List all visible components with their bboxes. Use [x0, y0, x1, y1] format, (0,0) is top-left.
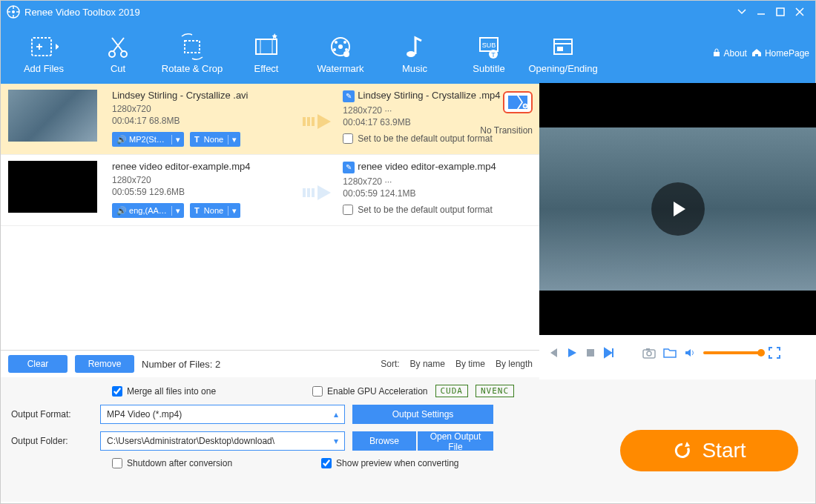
- tool-music[interactable]: Music: [378, 33, 452, 74]
- play-button[interactable]: [566, 347, 578, 359]
- svg-rect-22: [714, 52, 720, 56]
- svg-rect-6: [185, 41, 200, 53]
- tool-label: Opening/Ending: [526, 63, 600, 74]
- svg-point-5: [121, 51, 127, 57]
- svg-point-12: [333, 48, 336, 51]
- prev-button[interactable]: [547, 347, 559, 359]
- start-button[interactable]: Start: [620, 430, 798, 471]
- browse-button[interactable]: Browse: [352, 431, 416, 451]
- maximize-button[interactable]: [771, 2, 790, 21]
- volume-slider[interactable]: [703, 351, 761, 354]
- dropdown-button[interactable]: [732, 2, 751, 21]
- open-output-button[interactable]: Open Output File: [418, 431, 493, 451]
- bottom-panel: Merge all files into one Enable GPU Acce…: [1, 377, 815, 502]
- show-preview-checkbox[interactable]: Show preview when converting: [321, 458, 458, 468]
- svg-point-10: [335, 41, 338, 44]
- tool-cut[interactable]: Cut: [81, 33, 155, 74]
- source-filename: Lindsey Stirling - Crystallize .avi: [112, 90, 302, 101]
- home-icon: [751, 48, 762, 59]
- volume-icon[interactable]: [684, 347, 696, 359]
- tool-label: Add Files: [7, 63, 81, 74]
- tool-subtitle[interactable]: SUBT Subtitle: [452, 33, 526, 74]
- svg-rect-33: [646, 348, 650, 351]
- svg-rect-23: [303, 117, 306, 126]
- source-info: renee video editor-example.mp4 1280x720 …: [112, 161, 302, 218]
- header-links: About HomePage: [712, 48, 809, 59]
- source-thumbnail[interactable]: [8, 161, 97, 213]
- tool-label: Watermark: [303, 63, 378, 74]
- source-resolution: 1280x720: [112, 104, 302, 114]
- output-format-dropdown[interactable]: MP4 Video (*.mp4)▴: [100, 405, 345, 424]
- sort-group: Sort: By name By time By length: [381, 359, 533, 369]
- subtitle-dropdown[interactable]: T None▾: [190, 132, 240, 147]
- svg-point-1: [12, 10, 15, 13]
- clear-button[interactable]: Clear: [8, 355, 68, 373]
- svg-rect-28: [307, 188, 310, 197]
- source-thumbnail[interactable]: [8, 90, 97, 142]
- homepage-link[interactable]: HomePage: [751, 48, 809, 59]
- lock-icon: [712, 48, 721, 59]
- remove-button[interactable]: Remove: [75, 355, 134, 373]
- about-link[interactable]: About: [712, 48, 747, 59]
- tool-add-files[interactable]: Add Files: [7, 33, 81, 74]
- svg-rect-27: [303, 188, 306, 197]
- sort-by-name[interactable]: By name: [410, 359, 445, 369]
- transition-button[interactable]: [503, 91, 533, 113]
- preview-video[interactable]: [539, 83, 816, 335]
- edit-output-icon[interactable]: ✎: [343, 90, 355, 102]
- tool-effect[interactable]: Effect: [229, 33, 303, 74]
- file-list: Lindsey Stirling - Crystallize .avi 1280…: [1, 84, 540, 351]
- source-filename: renee video editor-example.mp4: [112, 161, 302, 172]
- open-folder-button[interactable]: [663, 347, 677, 359]
- sort-by-length[interactable]: By length: [496, 359, 533, 369]
- svg-text:T: T: [491, 51, 496, 59]
- preview-controls: [539, 335, 816, 371]
- tool-watermark[interactable]: Watermark: [303, 33, 378, 74]
- file-row[interactable]: renee video editor-example.mp4 1280x720 …: [1, 155, 540, 226]
- tool-label: Music: [378, 63, 452, 74]
- output-settings-button[interactable]: Output Settings: [352, 405, 493, 424]
- sort-by-time[interactable]: By time: [455, 359, 485, 369]
- svg-rect-24: [307, 117, 310, 126]
- minimize-button[interactable]: [751, 2, 771, 21]
- svg-rect-2: [777, 8, 784, 16]
- next-button[interactable]: [603, 347, 615, 359]
- svg-point-32: [647, 351, 651, 356]
- file-row[interactable]: Lindsey Stirling - Crystallize .avi 1280…: [1, 84, 540, 155]
- tool-rotate-crop[interactable]: Rotate & Crop: [155, 33, 229, 74]
- output-resolution: 1280x720 ···: [343, 176, 533, 187]
- source-duration-size: 00:05:59 129.6MB: [112, 187, 302, 197]
- audio-track-dropdown[interactable]: 🔊 MP2(Stereo 4▾: [112, 132, 184, 147]
- file-count-label: Number of Files: 2: [142, 359, 220, 370]
- shutdown-checkbox[interactable]: Shutdown after conversion: [112, 458, 232, 468]
- stop-button[interactable]: [585, 348, 596, 358]
- source-info: Lindsey Stirling - Crystallize .avi 1280…: [112, 90, 302, 147]
- svg-text:SUB: SUB: [482, 42, 496, 49]
- svg-point-4: [109, 51, 115, 57]
- svg-rect-30: [587, 349, 594, 357]
- edit-output-icon[interactable]: ✎: [343, 162, 355, 173]
- conversion-arrow-icon: [302, 167, 336, 218]
- fullscreen-button[interactable]: [769, 347, 780, 359]
- source-duration-size: 00:04:17 68.8MB: [112, 116, 302, 126]
- conversion-arrow-icon: [302, 96, 336, 147]
- transition-label: No Transition: [480, 125, 533, 136]
- list-actions-bar: Clear Remove Number of Files: 2 Sort: By…: [1, 351, 540, 377]
- snapshot-button[interactable]: [642, 347, 656, 359]
- close-button[interactable]: [790, 2, 809, 21]
- sort-label: Sort:: [381, 359, 399, 369]
- tool-label: Subtitle: [452, 63, 526, 74]
- preview-play-button[interactable]: [651, 182, 705, 236]
- output-folder-dropdown[interactable]: C:\Users\Administrator\Desktop\download\…: [100, 431, 345, 451]
- default-format-checkbox[interactable]: Set to be the default output format: [343, 205, 533, 215]
- svg-rect-29: [312, 188, 315, 197]
- tool-label: Rotate & Crop: [155, 63, 229, 74]
- subtitle-dropdown[interactable]: T None▾: [190, 203, 240, 218]
- svg-point-11: [343, 41, 346, 44]
- tool-opening-ending[interactable]: Opening/Ending: [526, 33, 600, 74]
- output-format-label: Output Format:: [11, 409, 93, 420]
- audio-track-dropdown[interactable]: 🔊 eng,(AAC Ste▾: [112, 203, 184, 218]
- merge-checkbox[interactable]: Merge all files into one: [112, 386, 216, 397]
- gpu-checkbox[interactable]: Enable GPU Acceleration: [312, 386, 427, 397]
- svg-rect-25: [312, 117, 315, 126]
